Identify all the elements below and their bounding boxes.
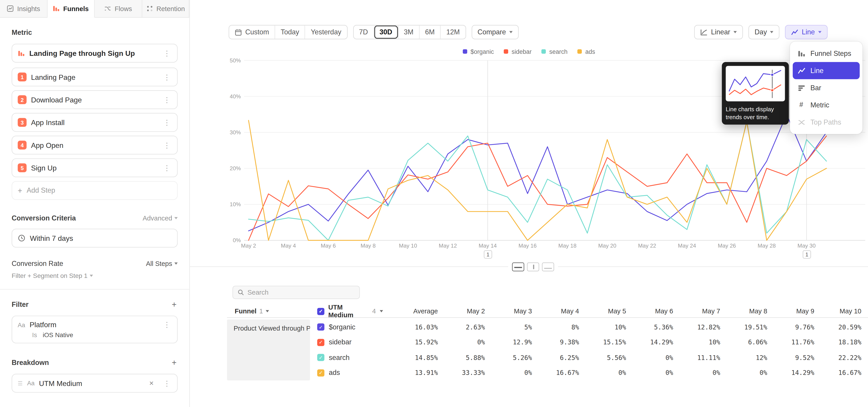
linear-scale-button[interactable]: Linear [694,25,743,39]
legend-label: search [549,48,567,55]
chart-legend: $organicsidebarsearchads [190,48,868,55]
cell-value: 0% [726,369,773,377]
average-value: 13.91% [383,369,443,377]
cell-value: 6.06% [726,339,773,346]
funnel-title-card[interactable]: Landing Page through Sign Up ⋮ [11,44,178,62]
range-3m-button[interactable]: 3M [398,26,419,39]
layout-split-vertical-button[interactable] [527,262,539,271]
funnel-steps-icon [797,49,806,58]
kebab-menu-icon[interactable]: ⋮ [162,164,172,171]
kebab-menu-icon[interactable]: ⋮ [162,96,172,103]
column-header-may-8[interactable]: May 8 [726,307,773,315]
column-header-may-4[interactable]: May 4 [537,307,585,315]
funnel-column-header[interactable]: Funnel 1 [227,307,310,315]
tab-retention[interactable]: Retention [142,0,189,17]
today-button[interactable]: Today [275,26,305,39]
breakdown-card-utm[interactable]: ☰ Aa UTM Medium ✕ ⋮ [11,374,178,393]
close-icon[interactable]: ✕ [147,380,156,386]
legend-item-sidebar[interactable]: sidebar [504,48,532,55]
tab-funnels[interactable]: Funnels [47,0,94,18]
legend-item-search[interactable]: search [541,48,567,55]
breakdown-column-header[interactable]: ✓ UTM Medium 4 [310,304,383,319]
funnel-step-5[interactable]: 5Sign Up⋮ [11,158,178,177]
add-breakdown-button[interactable]: + [170,358,178,367]
range-7d-button[interactable]: 7D [353,26,373,39]
cell-value: 0% [679,369,725,377]
tab-flows[interactable]: Flows [95,0,142,17]
all-steps-dropdown[interactable]: All Steps [146,260,178,268]
kebab-menu-icon[interactable]: ⋮ [162,380,172,387]
menu-item-label: Line [810,67,824,74]
row-checkbox[interactable]: ✓ [317,323,324,331]
range-12m-button[interactable]: 12M [440,26,465,39]
chevron-down-icon [380,310,383,312]
add-step-button[interactable]: + Add Step [11,181,178,200]
menu-item-funnel-steps[interactable]: Funnel Steps [793,45,860,62]
range-6m-button[interactable]: 6M [419,26,440,39]
column-header-may-6[interactable]: May 6 [631,307,679,315]
step-number-badge: 3 [18,118,26,127]
metric-icon: # [797,101,806,109]
cell-value: 33.33% [443,369,491,377]
row-checkbox[interactable]: ✓ [317,369,324,376]
kebab-menu-icon[interactable]: ⋮ [162,73,172,81]
day-granularity-button[interactable]: Day [748,25,780,39]
average-column-header[interactable]: Average [383,307,443,315]
custom-date-button[interactable]: Custom [229,26,275,39]
filter-segment-toggle[interactable]: Filter + Segment on Step 1 [11,273,178,279]
line-chart-preview [726,66,785,101]
filter-card-platform[interactable]: Aa Platform ⋮ Is iOS Native [11,316,178,343]
kebab-menu-icon[interactable]: ⋮ [162,142,172,149]
range-30d-button[interactable]: 30D [373,26,398,39]
funnel-step-1[interactable]: 1Landing Page⋮ [11,68,178,86]
advanced-dropdown[interactable]: Advanced [143,214,178,222]
step-label: App Install [31,118,65,127]
tab-insights[interactable]: Insights [0,0,47,17]
select-all-checkbox[interactable]: ✓ [317,308,324,315]
conversion-window-card[interactable]: Within 7 days [11,228,178,247]
annotation-badge[interactable]: 1 [484,250,492,259]
row-checkbox[interactable]: ✓ [317,354,324,361]
menu-item-bar[interactable]: Bar [793,79,860,96]
annotation-badge[interactable]: 1 [803,250,811,259]
column-header-may-5[interactable]: May 5 [585,307,631,315]
column-header-may-7[interactable]: May 7 [679,307,725,315]
cell-value: 12.82% [679,323,725,331]
menu-item-line[interactable]: Line [793,62,860,79]
layout-chart-only-button[interactable] [542,262,554,271]
funnel-step-4[interactable]: 4App Open⋮ [11,136,178,154]
svg-text:0%: 0% [233,237,241,243]
row-checkbox[interactable]: ✓ [317,339,324,346]
cell-value: 5.36% [631,323,679,331]
column-header-may-9[interactable]: May 9 [773,307,820,315]
compare-button[interactable]: Compare [471,25,519,39]
cell-value: 0% [491,369,537,377]
legend-item-ads[interactable]: ads [578,48,595,55]
column-header-may-3[interactable]: May 3 [491,307,537,315]
menu-item-metric[interactable]: #Metric [793,96,860,114]
add-filter-button[interactable]: + [170,300,178,309]
funnel-step-cell[interactable]: Product Viewed through P... [227,319,310,380]
layout-split-horizontal-button[interactable] [512,262,524,271]
funnel-step-2[interactable]: 2Download Page⋮ [11,90,178,109]
yesterday-button[interactable]: Yesterday [305,26,347,39]
calendar-icon [235,29,242,36]
column-header-may-2[interactable]: May 2 [443,307,491,315]
search-input[interactable] [248,288,355,296]
legend-item-organic[interactable]: $organic [463,48,494,55]
funnel-step-3[interactable]: 3App Install⋮ [11,113,178,132]
filter-operator[interactable]: Is [32,332,37,338]
step-number-badge: 5 [18,163,26,172]
search-box [232,286,360,299]
filter-value[interactable]: iOS Native [43,332,73,338]
kebab-menu-icon[interactable]: ⋮ [162,321,172,328]
menu-item-top-paths: Top Paths [793,114,860,131]
kebab-menu-icon[interactable]: ⋮ [162,50,172,57]
kebab-menu-icon[interactable]: ⋮ [162,119,172,126]
legend-swatch [578,49,582,54]
cell-value: 19.51% [726,323,773,331]
column-header-may-10[interactable]: May 10 [820,307,867,315]
chart-type-button[interactable]: Line [785,25,828,39]
funnels-app: Insights Funnels Flows Retention [0,0,868,407]
drag-handle-icon[interactable]: ☰ [18,380,23,386]
